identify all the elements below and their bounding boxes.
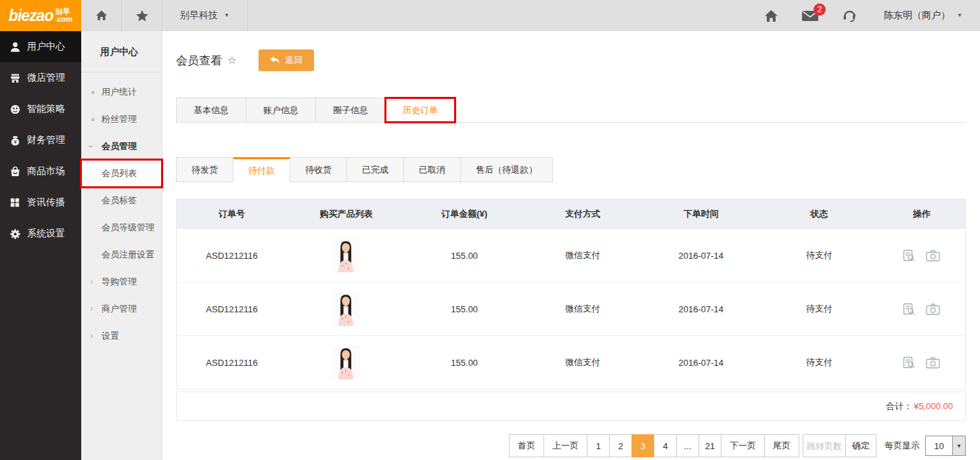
order-amount: 155.00 <box>405 251 524 261</box>
payment-method: 微信支付 <box>524 303 642 315</box>
order-total-row: 合计： ¥5,000.00 <box>176 392 966 421</box>
page-next-button[interactable]: 下一页 <box>721 434 764 457</box>
star-icon <box>136 9 148 22</box>
sidebar-item-label: 财务管理 <box>27 134 65 146</box>
column-header: 支付方式 <box>524 208 642 220</box>
page-number-button[interactable]: 2 <box>609 434 631 457</box>
order-number: ASD1212116 <box>177 358 287 368</box>
topbar-home-button[interactable] <box>751 0 790 31</box>
submenu-item-member-list[interactable]: 会员列表 <box>81 160 162 187</box>
jump-confirm-button[interactable]: 确定 <box>846 434 876 457</box>
column-header: 下单时间 <box>642 208 760 220</box>
view-order-icon[interactable] <box>903 303 916 316</box>
sidebar-item-microshop[interactable]: 微店管理 <box>0 62 81 93</box>
shop-icon <box>9 72 21 84</box>
chevron-down-icon: ▼ <box>952 436 965 455</box>
tab-account-info[interactable]: 账户信息 <box>246 98 315 123</box>
order-date: 2016-07-14 <box>642 251 760 261</box>
product-thumbnail[interactable] <box>287 292 405 326</box>
sidebar-item-news[interactable]: 资讯传播 <box>0 187 81 218</box>
submenu-item-member-register[interactable]: 会员注册设置 <box>81 241 162 268</box>
main-sidebar: 用户中心 微店管理 智能策略 ¥ 财务管理 商品市场 <box>0 31 81 460</box>
view-order-icon[interactable] <box>903 356 916 369</box>
table-row: ASD1212116 155.00 微信支付 2016-07-14 待支付 <box>177 228 965 282</box>
company-name: 别早科技 <box>180 9 218 22</box>
camera-icon[interactable] <box>926 304 940 315</box>
sidebar-item-settings[interactable]: 系统设置 <box>0 218 81 249</box>
order-tab-to-receive[interactable]: 待收货 <box>290 157 347 182</box>
chevron-right-icon: › <box>90 331 93 340</box>
order-tab-completed[interactable]: 已完成 <box>347 157 403 182</box>
tab-basic-info[interactable]: 基本信息 <box>176 98 246 123</box>
sidebar-item-market[interactable]: 商品市场 <box>0 156 81 187</box>
payment-method: 微信支付 <box>524 356 642 369</box>
page-last-button[interactable]: 尾页 <box>764 434 799 457</box>
order-date: 2016-07-14 <box>642 358 760 368</box>
sidebar-item-finance[interactable]: ¥ 财务管理 <box>0 125 81 156</box>
camera-icon[interactable] <box>926 250 940 262</box>
submenu-item-guide[interactable]: › 导购管理 <box>81 268 162 295</box>
submenu-item-setup[interactable]: › 设置 <box>81 322 162 350</box>
sidebar-item-strategy[interactable]: 智能策略 <box>0 93 81 125</box>
back-button[interactable]: 返回 <box>259 49 314 71</box>
page-number-button[interactable]: 1 <box>587 434 609 457</box>
main-content: 会员查看 ☆ 返回 基本信息 账户信息 圈子信息 历史订单 待发货 待付款 待收… <box>162 31 980 460</box>
topbar-favorites[interactable] <box>122 0 162 31</box>
user-account-menu[interactable]: 陈东明（商户） ▼ <box>869 0 980 31</box>
chevron-down-icon: ▼ <box>224 13 229 18</box>
sidebar-item-label: 系统设置 <box>27 228 65 240</box>
table-row: ASD1212116 155.00 微信支付 2016-07-14 待支付 <box>177 282 965 335</box>
submenu-item-user-stats[interactable]: 用户统计 <box>81 79 162 106</box>
topbar-messages-button[interactable]: 2 <box>790 0 830 31</box>
order-tab-cancelled[interactable]: 已取消 <box>403 157 460 182</box>
total-value: ¥5,000.00 <box>914 401 953 411</box>
bullet-icon <box>91 118 95 121</box>
chevron-down-icon: ▼ <box>957 13 962 18</box>
company-selector[interactable]: 别早科技 ▼ <box>162 0 248 31</box>
payment-method: 微信支付 <box>524 249 642 262</box>
topbar-support-button[interactable] <box>830 0 869 31</box>
page-number-button-active[interactable]: 3 <box>631 434 654 457</box>
jump-page-input[interactable] <box>803 434 846 457</box>
page-prev-button[interactable]: 上一页 <box>543 434 587 457</box>
page-number-button[interactable]: 21 <box>698 434 721 457</box>
camera-icon[interactable] <box>926 357 940 369</box>
product-thumbnail[interactable] <box>287 238 405 272</box>
topbar-home-shortcut[interactable] <box>81 0 122 31</box>
brand-logo[interactable]: biezao 别早 .com <box>0 0 81 31</box>
tab-history-orders[interactable]: 历史订单 <box>385 98 455 123</box>
order-status-tabs: 待发货 待付款 待收货 已完成 已取消 售后（待退款） <box>176 157 966 182</box>
tab-circle-info[interactable]: 圈子信息 <box>315 98 385 123</box>
submenu-item-member-tags[interactable]: 会员标签 <box>81 187 162 214</box>
strategy-icon <box>9 103 21 115</box>
submenu-item-merchant[interactable]: › 商户管理 <box>81 295 162 322</box>
per-page-label: 每页显示 <box>885 440 920 452</box>
page-first-button[interactable]: 首页 <box>509 434 543 457</box>
table-row: ASD1212116 155.00 微信支付 2016-07-14 待支付 <box>177 335 965 389</box>
order-tab-to-ship[interactable]: 待发货 <box>176 157 233 182</box>
submenu-item-member-management[interactable]: › 会员管理 <box>81 133 162 160</box>
table-header-row: 订单号 购买产品列表 订单金额(¥) 支付方式 下单时间 状态 操作 <box>177 199 965 228</box>
submenu-item-member-levels[interactable]: 会员等级管理 <box>81 214 162 241</box>
sidebar-item-user-center[interactable]: 用户中心 <box>0 31 81 62</box>
column-header: 订单金额(¥) <box>405 208 524 220</box>
news-icon <box>9 196 21 209</box>
sidebar-item-label: 商品市场 <box>27 165 65 177</box>
home-icon <box>764 9 778 22</box>
product-thumbnail[interactable] <box>287 346 405 379</box>
topbar-right: 2 陈东明（商户） ▼ <box>751 0 980 31</box>
submenu-title: 用户中心 <box>81 31 162 72</box>
order-date: 2016-07-14 <box>642 304 760 314</box>
page-number-button[interactable]: 4 <box>654 434 676 457</box>
submenu-item-fans[interactable]: 粉丝管理 <box>81 106 162 133</box>
order-tab-aftersale[interactable]: 售后（待退款） <box>460 157 553 182</box>
order-tab-to-pay[interactable]: 待付款 <box>233 157 290 182</box>
order-amount: 155.00 <box>405 304 524 314</box>
per-page-select[interactable]: 10 ▼ <box>925 436 966 456</box>
chevron-right-icon: › <box>90 304 93 313</box>
user-name: 陈东明（商户） <box>884 9 950 22</box>
order-number: ASD1212116 <box>177 251 287 261</box>
favorite-star-icon[interactable]: ☆ <box>227 54 236 66</box>
settings-icon <box>9 228 21 240</box>
view-order-icon[interactable] <box>903 249 916 262</box>
